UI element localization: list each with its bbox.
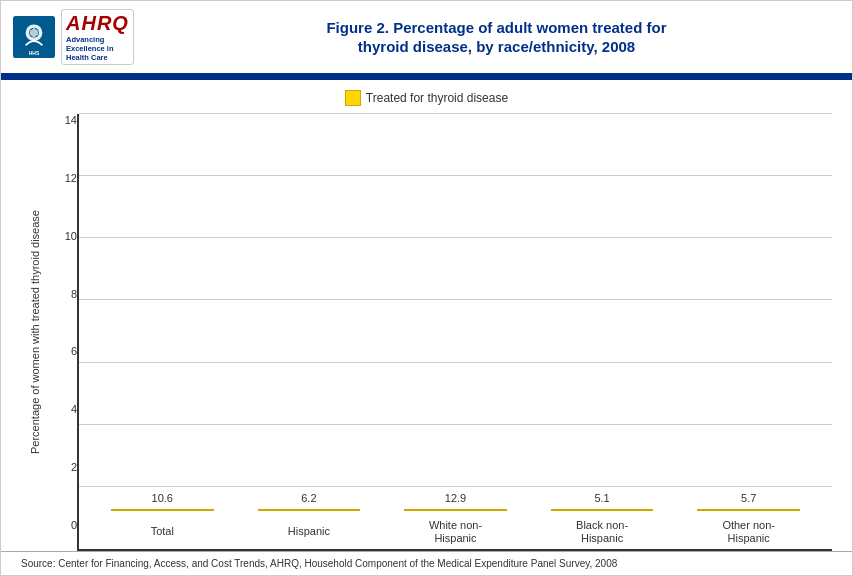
chart-plot: 02468101214 10.6Total6.2Hispanic12.9Whit…	[49, 114, 832, 551]
y-ticks: 02468101214	[49, 114, 77, 551]
bar-col: 5.1Black non-Hispanic	[529, 509, 676, 549]
page: HHS AHRQ Advancing Excellence in Health …	[0, 0, 853, 576]
ahrq-sub: Advancing Excellence in Health Care	[66, 35, 129, 62]
bar-x-label: Other non-Hispanic	[722, 515, 775, 549]
bar-x-label: Hispanic	[288, 515, 330, 549]
bar-x-label: Black non-Hispanic	[576, 515, 628, 549]
logo-area: HHS AHRQ Advancing Excellence in Health …	[13, 9, 153, 65]
source-footer: Source: Center for Financing, Access, an…	[1, 551, 852, 575]
chart-wrapper: Percentage of women with treated thyroid…	[21, 114, 832, 551]
bar-col: 6.2Hispanic	[236, 509, 383, 549]
chart-title: Figure 2. Percentage of adult women trea…	[153, 18, 840, 57]
chart-container: Treated for thyroid disease Percentage o…	[1, 80, 852, 551]
hhs-logo: HHS	[13, 16, 55, 58]
bar: 5.1	[551, 509, 654, 511]
bar-col: 10.6Total	[89, 509, 236, 549]
legend-item: Treated for thyroid disease	[345, 90, 508, 106]
bar: 12.9	[404, 509, 507, 511]
bar-x-label: Total	[151, 515, 174, 549]
bars-area: 10.6Total6.2Hispanic12.9White non-Hispan…	[77, 114, 832, 551]
bars-group: 10.6Total6.2Hispanic12.9White non-Hispan…	[79, 114, 832, 549]
legend-color-box	[345, 90, 361, 106]
ahrq-logo: AHRQ Advancing Excellence in Health Care	[61, 9, 134, 65]
bar-col: 5.7Other non-Hispanic	[675, 509, 822, 549]
ahrq-text: AHRQ	[66, 12, 129, 35]
bar: 5.7	[697, 509, 800, 511]
source-text: Source: Center for Financing, Access, an…	[21, 558, 617, 569]
bar-x-label: White non-Hispanic	[429, 515, 482, 549]
plot-area: 02468101214 10.6Total6.2Hispanic12.9Whit…	[49, 114, 832, 551]
bar-value-label: 5.7	[741, 492, 756, 504]
bar-value-label: 10.6	[152, 492, 173, 504]
bar-col: 12.9White non-Hispanic	[382, 509, 529, 549]
bar-value-label: 5.1	[594, 492, 609, 504]
bar-value-label: 12.9	[445, 492, 466, 504]
legend-label: Treated for thyroid disease	[366, 91, 508, 105]
legend: Treated for thyroid disease	[21, 90, 832, 106]
bar-value-label: 6.2	[301, 492, 316, 504]
header: HHS AHRQ Advancing Excellence in Health …	[1, 1, 852, 76]
bar: 6.2	[258, 509, 361, 511]
bar: 10.6	[111, 509, 214, 511]
y-axis-label: Percentage of women with treated thyroid…	[21, 114, 49, 551]
svg-text:HHS: HHS	[29, 50, 40, 56]
